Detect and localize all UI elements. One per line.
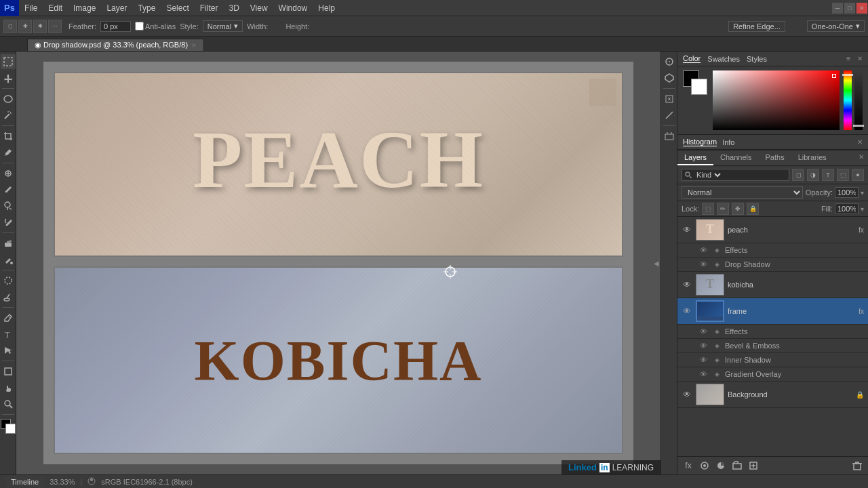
new-fill-button[interactable] (714, 459, 728, 472)
menu-3d[interactable]: 3D (223, 0, 244, 16)
extract-tool[interactable] (662, 129, 677, 144)
opacity-dropdown-arrow[interactable]: ▾ (861, 189, 864, 197)
eraser-tool[interactable] (1, 236, 16, 251)
pen-tool[interactable] (1, 310, 16, 325)
add-style-button[interactable]: fx (682, 459, 695, 472)
layer-kobicha-visibility[interactable]: 👁 (682, 279, 692, 290)
view-mode-dropdown[interactable]: One-on-One ▾ (807, 20, 865, 32)
tool-preset-2[interactable]: ✚ (18, 20, 32, 33)
dodge-tool[interactable] (1, 289, 16, 304)
brush-tool[interactable] (1, 182, 16, 197)
filter-adjust-btn[interactable]: ◑ (807, 169, 819, 181)
anti-alias-checkbox[interactable] (135, 22, 144, 30)
color-panel-menu[interactable]: ≡ (846, 55, 850, 62)
tool-preset-3[interactable]: ✱ (33, 20, 47, 33)
color-fg-bg[interactable] (683, 70, 707, 95)
new-group-button[interactable] (730, 459, 744, 472)
new-layer-button[interactable] (747, 459, 760, 472)
navigate-tool[interactable] (662, 54, 677, 69)
healing-brush-tool[interactable] (1, 166, 16, 181)
minimize-button[interactable]: ─ (832, 3, 843, 14)
blur-tool[interactable] (1, 273, 16, 288)
drop-shadow-visibility[interactable]: 👁 (698, 259, 709, 270)
history-brush-tool[interactable] (1, 215, 16, 230)
menu-type[interactable]: Type (132, 0, 161, 16)
color-tab[interactable]: Color (683, 54, 701, 63)
channels-tab[interactable]: Channels (713, 150, 758, 165)
tool-preset-4[interactable]: ⋯ (48, 20, 62, 33)
effects-visibility[interactable]: 👁 (698, 245, 709, 256)
gradient-overlay-visibility[interactable]: 👁 (698, 369, 709, 380)
hue-slider[interactable] (844, 70, 852, 130)
menu-image[interactable]: Image (68, 0, 101, 16)
layer-peach[interactable]: 👁 T peach fx (677, 217, 868, 243)
tab-close-button[interactable]: ✕ (191, 42, 197, 49)
menu-edit[interactable]: Edit (43, 0, 68, 16)
3d-object-tool[interactable] (662, 70, 677, 85)
menu-filter[interactable]: Filter (195, 0, 224, 16)
fill-dropdown-arrow[interactable]: ▾ (861, 205, 864, 213)
layer-frame[interactable]: 👁 frame fx (677, 298, 868, 325)
paths-tab[interactable]: Paths (759, 150, 791, 165)
histogram-panel-collapse[interactable]: ✕ (857, 138, 863, 146)
layer-frame-visibility[interactable]: 👁 (682, 306, 692, 317)
clone-stamp-tool[interactable] (1, 199, 16, 214)
histogram-tab[interactable]: Histogram (683, 138, 717, 146)
eyedropper-tool[interactable] (1, 145, 16, 160)
alpha-slider[interactable] (854, 70, 863, 130)
menu-window[interactable]: Window (273, 0, 313, 16)
layer-background[interactable]: 👁 Background 🔒 (677, 382, 868, 408)
menu-select[interactable]: Select (161, 0, 194, 16)
content-aware-tool[interactable] (662, 92, 677, 106)
color-gradient[interactable] (713, 70, 840, 130)
style-dropdown[interactable]: Normal ▾ (203, 20, 243, 32)
lock-transparent-btn[interactable]: ⬚ (702, 203, 714, 215)
layer-peach-visibility[interactable]: 👁 (682, 224, 692, 235)
filter-pixel-btn[interactable]: ◻ (792, 169, 804, 181)
layer-peach-fx[interactable]: fx (859, 226, 864, 234)
filter-shape-btn[interactable]: ⬚ (837, 169, 849, 181)
refine-edge-button[interactable]: Refine Edge... (728, 21, 785, 32)
close-button[interactable]: ✕ (856, 3, 867, 14)
delete-layer-button[interactable] (850, 459, 864, 472)
add-mask-button[interactable] (698, 459, 711, 472)
paint-bucket-tool[interactable] (1, 252, 16, 267)
ruler-tool[interactable] (662, 108, 677, 123)
layer-filter-dropdown[interactable]: Kind (694, 170, 723, 180)
canvas-area[interactable]: PEACH KOBICHA www.rrcg.cn (16, 52, 660, 474)
layers-panel-collapse[interactable]: ✕ (854, 150, 868, 165)
document-tab[interactable]: ◉ Drop shadow.psd @ 33.3% (peach, RGB/8)… (27, 39, 204, 51)
crop-tool[interactable] (1, 129, 16, 144)
layer-search[interactable]: Kind (682, 169, 789, 181)
type-tool[interactable]: T (1, 327, 16, 342)
layer-frame-fx[interactable]: fx (859, 308, 864, 315)
blend-mode-select[interactable]: Normal Multiply Screen (682, 186, 803, 199)
filter-type-btn[interactable]: T (822, 169, 834, 181)
zoom-tool[interactable] (1, 396, 16, 411)
bevel-visibility[interactable]: 👁 (698, 340, 709, 351)
fill-input[interactable] (835, 203, 859, 214)
timeline-tab[interactable]: Timeline (5, 476, 44, 487)
styles-tab[interactable]: Styles (747, 55, 767, 63)
anti-alias-check[interactable]: Anti-alias (135, 22, 176, 30)
lock-all-btn[interactable]: 🔒 (747, 203, 759, 215)
background-color[interactable] (5, 424, 16, 434)
layer-kobicha[interactable]: 👁 T kobicha (677, 272, 868, 298)
lasso-tool[interactable] (1, 92, 16, 106)
path-selection-tool[interactable] (1, 343, 16, 358)
layer-bg-visibility[interactable]: 👁 (682, 389, 692, 400)
right-panel-collapse[interactable]: ◀ (654, 260, 659, 267)
swatches-tab[interactable]: Swatches (707, 55, 740, 63)
color-picker-area[interactable] (713, 70, 863, 130)
feather-input[interactable] (100, 21, 131, 32)
layers-tab[interactable]: Layers (677, 150, 713, 165)
hand-tool[interactable] (1, 380, 16, 395)
opacity-input[interactable] (835, 187, 859, 198)
shape-tool[interactable] (1, 364, 16, 379)
menu-layer[interactable]: Layer (101, 0, 132, 16)
menu-help[interactable]: Help (313, 0, 340, 16)
lock-position-btn[interactable]: ✥ (732, 203, 744, 215)
menu-file[interactable]: File (19, 0, 43, 16)
magic-wand-tool[interactable] (1, 108, 16, 123)
info-tab[interactable]: Info (722, 138, 734, 146)
